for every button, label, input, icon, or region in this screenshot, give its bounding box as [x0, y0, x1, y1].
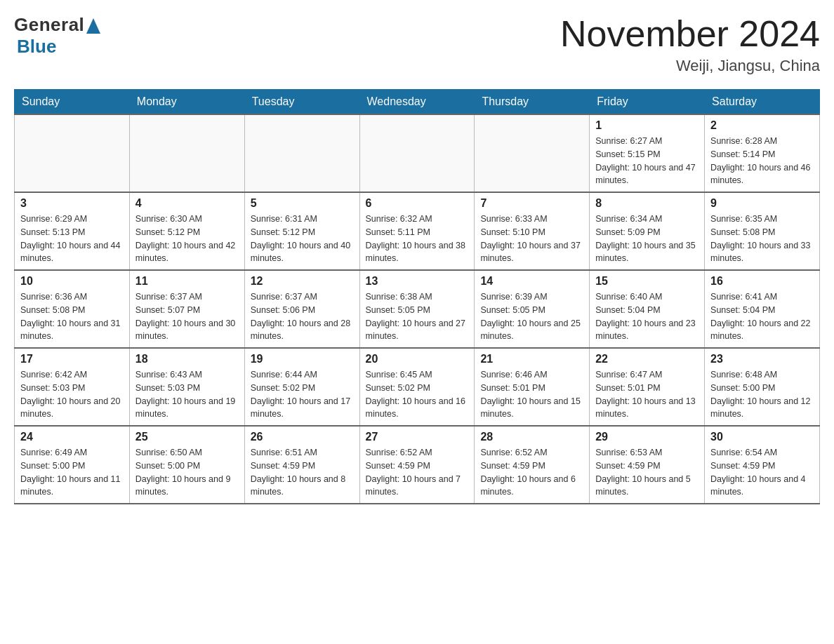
calendar-cell: 14Sunrise: 6:39 AMSunset: 5:05 PMDayligh…: [475, 270, 590, 348]
day-info: Sunrise: 6:48 AMSunset: 5:00 PMDaylight:…: [710, 368, 814, 421]
col-header-sunday: Sunday: [15, 90, 130, 115]
svg-marker-0: [86, 18, 100, 34]
calendar-cell: 26Sunrise: 6:51 AMSunset: 4:59 PMDayligh…: [244, 426, 359, 504]
day-info: Sunrise: 6:31 AMSunset: 5:12 PMDaylight:…: [251, 213, 354, 265]
calendar-cell: 5Sunrise: 6:31 AMSunset: 5:12 PMDaylight…: [244, 192, 359, 270]
calendar-cell: [244, 114, 359, 192]
calendar-cell: 4Sunrise: 6:30 AMSunset: 5:12 PMDaylight…: [129, 192, 244, 270]
calendar-cell: 20Sunrise: 6:45 AMSunset: 5:02 PMDayligh…: [359, 348, 475, 426]
calendar-cell: 11Sunrise: 6:37 AMSunset: 5:07 PMDayligh…: [129, 270, 244, 348]
col-header-thursday: Thursday: [475, 90, 590, 115]
day-number: 11: [135, 275, 239, 288]
day-number: 23: [710, 353, 814, 365]
day-number: 12: [251, 275, 354, 288]
logo-blue-text: Blue: [17, 36, 56, 57]
calendar-cell: 12Sunrise: 6:37 AMSunset: 5:06 PMDayligh…: [244, 270, 359, 348]
calendar-cell: 21Sunrise: 6:46 AMSunset: 5:01 PMDayligh…: [475, 348, 590, 426]
calendar-cell: [15, 114, 130, 192]
title-area: November 2024 Weiji, Jiangsu, China: [560, 14, 820, 75]
calendar-cell: 2Sunrise: 6:28 AMSunset: 5:14 PMDaylight…: [705, 114, 820, 192]
calendar-cell: 1Sunrise: 6:27 AMSunset: 5:15 PMDaylight…: [590, 114, 705, 192]
calendar-cell: [129, 114, 244, 192]
day-number: 27: [366, 431, 469, 443]
day-number: 19: [251, 353, 354, 365]
calendar-cell: [359, 114, 475, 192]
day-number: 18: [135, 353, 239, 365]
day-number: 21: [480, 353, 583, 365]
day-number: 6: [366, 197, 469, 210]
day-info: Sunrise: 6:28 AMSunset: 5:14 PMDaylight:…: [710, 135, 814, 187]
month-title: November 2024: [560, 14, 820, 54]
col-header-wednesday: Wednesday: [359, 90, 475, 115]
calendar-cell: 17Sunrise: 6:42 AMSunset: 5:03 PMDayligh…: [15, 348, 130, 426]
day-info: Sunrise: 6:37 AMSunset: 5:06 PMDaylight:…: [251, 290, 354, 343]
day-info: Sunrise: 6:41 AMSunset: 5:04 PMDaylight:…: [710, 290, 814, 343]
calendar-cell: 22Sunrise: 6:47 AMSunset: 5:01 PMDayligh…: [590, 348, 705, 426]
calendar-cell: 13Sunrise: 6:38 AMSunset: 5:05 PMDayligh…: [359, 270, 475, 348]
calendar-week-row: 10Sunrise: 6:36 AMSunset: 5:08 PMDayligh…: [15, 270, 820, 348]
day-info: Sunrise: 6:39 AMSunset: 5:05 PMDaylight:…: [480, 290, 583, 343]
day-info: Sunrise: 6:33 AMSunset: 5:10 PMDaylight:…: [480, 213, 583, 265]
calendar-week-row: 3Sunrise: 6:29 AMSunset: 5:13 PMDaylight…: [15, 192, 820, 270]
day-info: Sunrise: 6:49 AMSunset: 5:00 PMDaylight:…: [20, 446, 124, 499]
calendar-cell: [475, 114, 590, 192]
day-info: Sunrise: 6:27 AMSunset: 5:15 PMDaylight:…: [595, 135, 699, 187]
day-info: Sunrise: 6:42 AMSunset: 5:03 PMDaylight:…: [20, 368, 124, 421]
day-number: 25: [135, 431, 239, 443]
day-number: 5: [251, 197, 354, 210]
day-info: Sunrise: 6:40 AMSunset: 5:04 PMDaylight:…: [595, 290, 699, 343]
day-info: Sunrise: 6:52 AMSunset: 4:59 PMDaylight:…: [366, 446, 469, 499]
day-info: Sunrise: 6:53 AMSunset: 4:59 PMDaylight:…: [595, 446, 699, 499]
calendar-cell: 25Sunrise: 6:50 AMSunset: 5:00 PMDayligh…: [129, 426, 244, 504]
day-number: 14: [480, 275, 583, 288]
logo-general-text: General: [14, 14, 84, 36]
day-number: 26: [251, 431, 354, 443]
day-number: 7: [480, 197, 583, 210]
col-header-monday: Monday: [129, 90, 244, 115]
day-info: Sunrise: 6:29 AMSunset: 5:13 PMDaylight:…: [20, 213, 124, 265]
col-header-friday: Friday: [590, 90, 705, 115]
col-header-saturday: Saturday: [705, 90, 820, 115]
day-number: 9: [710, 197, 814, 210]
day-info: Sunrise: 6:32 AMSunset: 5:11 PMDaylight:…: [366, 213, 469, 265]
day-number: 13: [366, 275, 469, 288]
calendar-cell: 10Sunrise: 6:36 AMSunset: 5:08 PMDayligh…: [15, 270, 130, 348]
calendar-cell: 30Sunrise: 6:54 AMSunset: 4:59 PMDayligh…: [705, 426, 820, 504]
day-number: 20: [366, 353, 469, 365]
day-info: Sunrise: 6:36 AMSunset: 5:08 PMDaylight:…: [20, 290, 124, 343]
calendar-week-row: 24Sunrise: 6:49 AMSunset: 5:00 PMDayligh…: [15, 426, 820, 504]
day-number: 1: [595, 119, 699, 132]
calendar-cell: 16Sunrise: 6:41 AMSunset: 5:04 PMDayligh…: [705, 270, 820, 348]
day-number: 8: [595, 197, 699, 210]
day-number: 28: [480, 431, 583, 443]
day-info: Sunrise: 6:38 AMSunset: 5:05 PMDaylight:…: [366, 290, 469, 343]
day-info: Sunrise: 6:45 AMSunset: 5:02 PMDaylight:…: [366, 368, 469, 421]
calendar-cell: 27Sunrise: 6:52 AMSunset: 4:59 PMDayligh…: [359, 426, 475, 504]
calendar-cell: 3Sunrise: 6:29 AMSunset: 5:13 PMDaylight…: [15, 192, 130, 270]
day-number: 29: [595, 431, 699, 443]
calendar-cell: 28Sunrise: 6:52 AMSunset: 4:59 PMDayligh…: [475, 426, 590, 504]
day-number: 22: [595, 353, 699, 365]
day-number: 3: [20, 197, 124, 210]
page-header: General Blue November 2024 Weiji, Jiangs…: [14, 14, 820, 75]
day-info: Sunrise: 6:54 AMSunset: 4:59 PMDaylight:…: [710, 446, 814, 499]
day-info: Sunrise: 6:35 AMSunset: 5:08 PMDaylight:…: [710, 213, 814, 265]
day-info: Sunrise: 6:52 AMSunset: 4:59 PMDaylight:…: [480, 446, 583, 499]
day-number: 30: [710, 431, 814, 443]
calendar-cell: 19Sunrise: 6:44 AMSunset: 5:02 PMDayligh…: [244, 348, 359, 426]
logo-triangle-icon: [86, 18, 100, 34]
day-number: 24: [20, 431, 124, 443]
calendar-cell: 9Sunrise: 6:35 AMSunset: 5:08 PMDaylight…: [705, 192, 820, 270]
col-header-tuesday: Tuesday: [244, 90, 359, 115]
calendar-week-row: 1Sunrise: 6:27 AMSunset: 5:15 PMDaylight…: [15, 114, 820, 192]
day-info: Sunrise: 6:30 AMSunset: 5:12 PMDaylight:…: [135, 213, 239, 265]
day-info: Sunrise: 6:46 AMSunset: 5:01 PMDaylight:…: [480, 368, 583, 421]
day-number: 16: [710, 275, 814, 288]
calendar-cell: 23Sunrise: 6:48 AMSunset: 5:00 PMDayligh…: [705, 348, 820, 426]
calendar-cell: 7Sunrise: 6:33 AMSunset: 5:10 PMDaylight…: [475, 192, 590, 270]
day-number: 4: [135, 197, 239, 210]
day-info: Sunrise: 6:37 AMSunset: 5:07 PMDaylight:…: [135, 290, 239, 343]
day-number: 10: [20, 275, 124, 288]
day-number: 17: [20, 353, 124, 365]
calendar-cell: 24Sunrise: 6:49 AMSunset: 5:00 PMDayligh…: [15, 426, 130, 504]
